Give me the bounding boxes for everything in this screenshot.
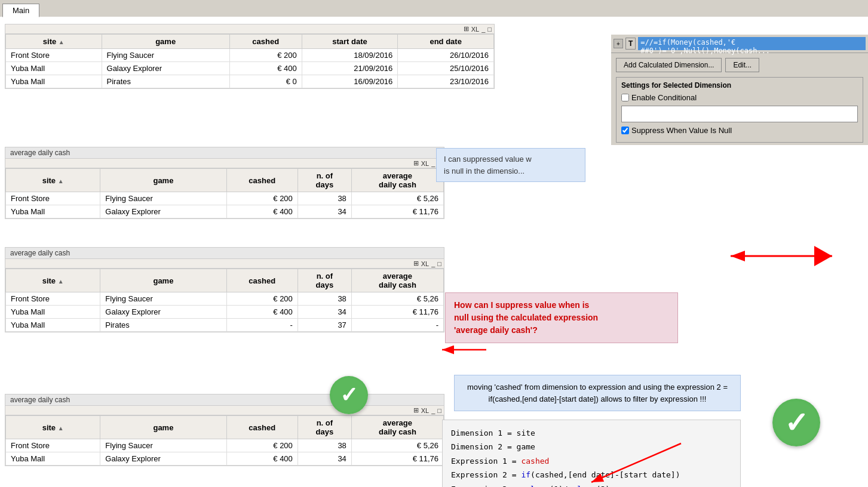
- red-arrow-left: [440, 344, 487, 357]
- table2-data: site ▲ game cashed n. ofdays averagedail…: [5, 168, 444, 218]
- table1-max-icon[interactable]: □: [487, 26, 492, 33]
- table4-data: site ▲ game cashed n. ofdays averagedail…: [5, 415, 444, 466]
- table3-print-icon[interactable]: ⊞: [413, 260, 419, 267]
- svg-line-6: [591, 443, 681, 482]
- callout-suppress-info: I can suppressed value wis null in the d…: [436, 148, 585, 182]
- table-row: Front Store Flying Saucer € 200 38 € 5,2…: [6, 192, 444, 205]
- expand-icon[interactable]: +: [614, 39, 623, 48]
- th-game: game: [100, 169, 226, 192]
- table3: average daily cash ⊞ XL _ □ site ▲ game …: [5, 247, 444, 332]
- settings-group: Settings for Selected Dimension Enable C…: [616, 77, 863, 143]
- svg-marker-4: [814, 246, 832, 266]
- table4-title: average daily cash: [5, 394, 444, 406]
- th-site: site ▲: [6, 169, 100, 192]
- formula-input[interactable]: =//=if(Money(cashed,'€ ##0')='0',Null(),…: [638, 37, 866, 50]
- table2-toolbar: ⊞ XL _ □: [5, 159, 444, 168]
- edit-button[interactable]: Edit...: [725, 58, 759, 72]
- table4-min-icon[interactable]: _: [431, 407, 435, 414]
- table1-data: site ▲ game cashed start date end date F…: [5, 34, 494, 88]
- table-row: Yuba Mall Pirates - 37 -: [6, 319, 444, 332]
- enable-conditional-row: Enable Conditional: [621, 93, 858, 102]
- formula-type-icon: T: [625, 38, 636, 50]
- table3-data: site ▲ game cashed n. ofdays averagedail…: [5, 269, 444, 332]
- table2-title: average daily cash: [5, 147, 444, 159]
- table1: ⊞ XL _ □ site ▲ game cashed start date e…: [5, 24, 495, 89]
- table4-toolbar: ⊞ XL _ □: [5, 406, 444, 415]
- th-site: site ▲: [6, 416, 100, 439]
- suppress-null-checkbox[interactable]: [621, 127, 629, 134]
- table-row: Yuba Mall Galaxy Explorer € 400 34 € 11,…: [6, 306, 444, 319]
- th-cashed: cashed: [229, 35, 302, 49]
- table3-toolbar: ⊞ XL _ □: [5, 259, 444, 269]
- table4-xl-icon[interactable]: XL: [421, 407, 429, 414]
- th-ndays: n. ofdays: [297, 169, 351, 192]
- table4: average daily cash ⊞ XL _ □ site ▲ game …: [5, 394, 444, 466]
- suppress-null-label: Suppress When Value Is Null: [631, 126, 732, 135]
- table1-toolbar: ⊞ XL _ □: [5, 24, 494, 34]
- th-site: site ▲: [6, 269, 100, 292]
- table2-xl-icon[interactable]: XL: [421, 160, 429, 167]
- th-game: game: [100, 269, 226, 292]
- table-row: Front Store Flying Saucer € 200 18/09/20…: [6, 49, 494, 62]
- green-check-2: ✓: [772, 399, 820, 446]
- table2-min-icon[interactable]: _: [431, 160, 435, 167]
- th-game: game: [102, 35, 229, 49]
- table-row: Front Store Flying Saucer € 200 38 € 5,2…: [6, 439, 444, 452]
- main-tab[interactable]: Main: [2, 4, 39, 17]
- table-row: Yuba Mall Galaxy Explorer € 400 34 € 11,…: [6, 452, 444, 466]
- th-ndays: n. ofdays: [297, 416, 351, 439]
- panel-buttons: Add Calculated Dimension... Edit...: [611, 53, 868, 75]
- table3-xl-icon[interactable]: XL: [421, 260, 429, 267]
- table3-min-icon[interactable]: _: [431, 260, 435, 267]
- add-calculated-dimension-button[interactable]: Add Calculated Dimension...: [616, 58, 722, 72]
- table2: average daily cash ⊞ XL _ □ site ▲ game …: [5, 147, 444, 219]
- table-row: Front Store Flying Saucer € 200 38 € 5,2…: [6, 292, 444, 306]
- code-dim1: Dimension 1 = site: [451, 426, 732, 440]
- red-arrow-diagonal: [573, 440, 693, 487]
- settings-title: Settings for Selected Dimension: [621, 81, 858, 90]
- table2-print-icon[interactable]: ⊞: [413, 159, 419, 167]
- table3-max-icon[interactable]: □: [437, 260, 441, 267]
- table4-print-icon[interactable]: ⊞: [413, 406, 419, 414]
- table1-print-icon[interactable]: ⊞: [464, 25, 469, 33]
- conditional-input-field[interactable]: [621, 106, 858, 122]
- green-check-1: ✓: [330, 376, 368, 414]
- table-row: Yuba Mall Galaxy Explorer € 400 34 € 11,…: [6, 205, 444, 218]
- tab-label: Main: [13, 6, 29, 15]
- table1-xl-icon[interactable]: XL: [471, 26, 479, 33]
- callout-info-moving: moving 'cashed' from dimension to expres…: [454, 375, 741, 411]
- formula-bar: + T =//=if(Money(cashed,'€ ##0')='0',Nul…: [611, 35, 868, 53]
- suppress-null-row: Suppress When Value Is Null: [621, 126, 858, 135]
- table3-title: average daily cash: [5, 248, 444, 259]
- enable-conditional-checkbox[interactable]: [621, 94, 629, 101]
- red-arrow-settings: [719, 241, 838, 273]
- table-row: Yuba Mall Pirates € 0 16/09/2016 23/10/2…: [6, 75, 494, 88]
- th-game: game: [100, 416, 226, 439]
- table4-max-icon[interactable]: □: [437, 407, 441, 414]
- th-avg-daily: averagedaily cash: [351, 416, 443, 439]
- table1-min-icon[interactable]: _: [481, 26, 485, 33]
- th-site: site ▲: [6, 35, 102, 49]
- th-ndays: n. ofdays: [297, 269, 351, 292]
- th-avg-daily: averagedaily cash: [351, 169, 443, 192]
- th-start-date: start date: [302, 35, 398, 49]
- th-avg-daily: averagedaily cash: [351, 269, 443, 292]
- callout-question: How can I suppress value when isnull usi…: [445, 292, 678, 343]
- th-cashed: cashed: [226, 416, 297, 439]
- th-end-date: end date: [398, 35, 494, 49]
- th-cashed: cashed: [226, 269, 297, 292]
- th-cashed: cashed: [226, 169, 297, 192]
- right-panel: + T =//=if(Money(cashed,'€ ##0')='0',Nul…: [611, 35, 868, 145]
- table-row: Yuba Mall Galaxy Explorer € 400 21/09/20…: [6, 62, 494, 75]
- enable-conditional-label: Enable Conditional: [631, 93, 697, 102]
